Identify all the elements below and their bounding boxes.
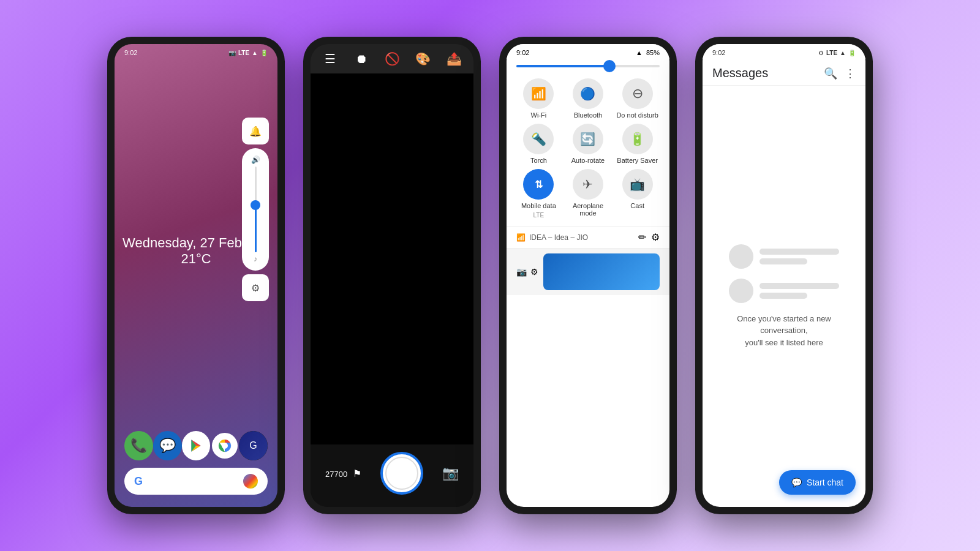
start-chat-icon: 💬 [791,478,802,487]
volume-bell-button[interactable]: 🔔 [242,118,269,144]
camera-toolbar: ☰ ⏺ 🚫 🎨 📤 [311,44,473,73]
empty-text-line2: you'll see it listed here [745,338,823,347]
qs-tiles-grid: 📶 Wi-Fi 🔵 Bluetooth ⊖ Do not disturb 🔦 T… [507,73,669,223]
messages-empty-text: Once you've started a new conversation, … [715,313,853,349]
battery-icon: 🔋 [260,50,268,56]
app-messages-icon[interactable]: 💬 [153,431,182,460]
qs-status-bar: 9:02 ▲ 85% [507,44,669,59]
screenshot-small-icon: 📷 [516,267,527,277]
cast-icon: 📺 [622,169,653,200]
status-icons: 📷 LTE ▲ 🔋 [228,50,268,56]
qs-time: 9:02 [516,49,529,56]
qs-tile-batterysaver[interactable]: 🔋 Battery Saver [615,124,660,164]
status-bar-home: 9:02 📷 LTE ▲ 🔋 [115,44,277,59]
qs-tile-bluetooth[interactable]: 🔵 Bluetooth [566,78,611,119]
messages-search-icon[interactable]: 🔍 [824,67,837,80]
autorotate-label: Auto-rotate [571,157,605,164]
batterysaver-icon: 🔋 [622,124,653,154]
network-edit-icon[interactable]: ✏ [638,231,646,243]
placeholder-line-2a [760,283,840,289]
dnd-icon: ⊖ [622,78,653,109]
qs-signal-icon: ▲ [636,49,643,56]
placeholder-line-1a [760,249,840,255]
network-action-icons: ✏ ⚙ [638,231,660,243]
app-chrome-icon[interactable] [210,431,239,460]
volume-settings-button[interactable]: ⚙ [242,274,269,301]
msg-status-time: 9:02 [712,49,725,56]
volume-thumb [251,200,260,210]
qs-tile-airplane[interactable]: ✈ Aeroplane mode [566,169,611,219]
network-name: IDEA – Idea – JIO [529,233,588,242]
mobiledata-icon: ⇅ [523,169,554,200]
home-dock: 📞 💬 [115,425,277,507]
qs-tile-cast[interactable]: 📺 Cast [615,169,660,219]
volume-panel: 🔔 🔊 ♪ ⚙ [242,118,269,301]
torch-icon: 🔦 [523,124,554,154]
placeholder-row-1 [729,244,840,269]
camera-export-icon[interactable]: 📤 [444,51,464,66]
torch-label: Torch [530,157,547,164]
batterysaver-label: Battery Saver [617,157,658,164]
volume-note-icon: ♪ [254,255,257,263]
bluetooth-label: Bluetooth [574,111,602,119]
qs-battery: 85% [646,49,660,56]
airplane-label: Aeroplane mode [566,202,611,217]
qs-tile-wifi[interactable]: 📶 Wi-Fi [516,78,561,119]
messages-more-icon[interactable]: ⋮ [845,67,856,80]
start-chat-fab[interactable]: 💬 Start chat [779,470,856,495]
messages-toolbar: Messages 🔍 ⋮ [703,59,865,86]
msg-battery-icon: 🔋 [848,50,856,56]
wifi-label: Wi-Fi [531,111,547,119]
google-mic-button[interactable] [243,474,258,489]
status-time: 9:02 [124,49,137,56]
app-playstore-icon[interactable] [182,431,211,460]
msg-status-icons: ⚙ LTE ▲ 🔋 [818,50,856,56]
start-chat-label: Start chat [807,478,843,487]
msg-settings-icon: ⚙ [818,50,824,56]
msg-signal-icon: ▲ [840,50,846,56]
frame-count: 27700 [325,470,347,479]
messages-title: Messages [712,66,768,80]
qs-tile-dnd[interactable]: ⊖ Do not disturb [615,78,660,119]
camera-counter: 27700 ⚑ [325,468,361,479]
mobiledata-label: Mobile data [521,202,556,209]
network-settings-icon[interactable]: ⚙ [651,231,660,243]
camera-menu-icon[interactable]: ☰ [320,51,340,66]
empty-text-line1: Once you've started a new conversation, [737,314,831,335]
network-label-area: 📶 IDEA – Idea – JIO [516,233,588,242]
wifi-icon: 📶 [523,78,554,109]
shutter-inner [385,457,418,490]
autorotate-icon: 🔄 [573,124,603,154]
bluetooth-icon: 🔵 [573,78,603,109]
qs-tile-torch[interactable]: 🔦 Torch [516,124,561,164]
messages-empty-state: Once you've started a new conversation, … [703,86,865,507]
phone-3-quicksettings: 9:02 ▲ 85% 📶 Wi-Fi � [499,37,677,514]
qs-tile-mobiledata[interactable]: ⇅ Mobile data LTE [516,169,561,219]
airplane-icon: ✈ [573,169,603,200]
camera-filter-icon[interactable]: 🎨 [413,51,433,66]
msg-lte-icon: LTE [826,50,837,56]
app-pixel-icon[interactable]: G [239,431,268,460]
qs-bottom-bar: 📷 ⚙ [507,248,669,295]
volume-high-icon: 🔊 [251,156,260,164]
signal-icon: ▲ [252,50,258,56]
camera-nosign-icon[interactable]: 🚫 [382,51,402,66]
brightness-fill [516,65,609,67]
app-phone-icon[interactable]: 📞 [124,431,153,460]
camera-bottom-controls: 27700 ⚑ 📷 [311,444,473,507]
qs-tile-autorotate[interactable]: 🔄 Auto-rotate [566,124,611,164]
google-search-bar[interactable]: G [124,468,268,495]
flag-icon: ⚑ [353,468,361,479]
placeholder-avatar-1 [729,244,753,269]
camera-mode-icon[interactable]: 📷 [442,465,459,481]
camera-viewfinder [311,73,473,444]
camera-record-icon[interactable]: ⏺ [352,52,371,66]
msg-status-bar: 9:02 ⚙ LTE ▲ 🔋 [703,44,865,59]
settings-small-icon: ⚙ [530,267,538,277]
lte-indicator: LTE [238,50,249,56]
volume-slider[interactable]: 🔊 ♪ [242,148,269,271]
shutter-button[interactable] [380,452,423,495]
phone-4-messages: 9:02 ⚙ LTE ▲ 🔋 Messages 🔍 ⋮ [695,37,873,514]
brightness-control[interactable] [507,59,669,73]
placeholder-conversations [729,244,840,303]
